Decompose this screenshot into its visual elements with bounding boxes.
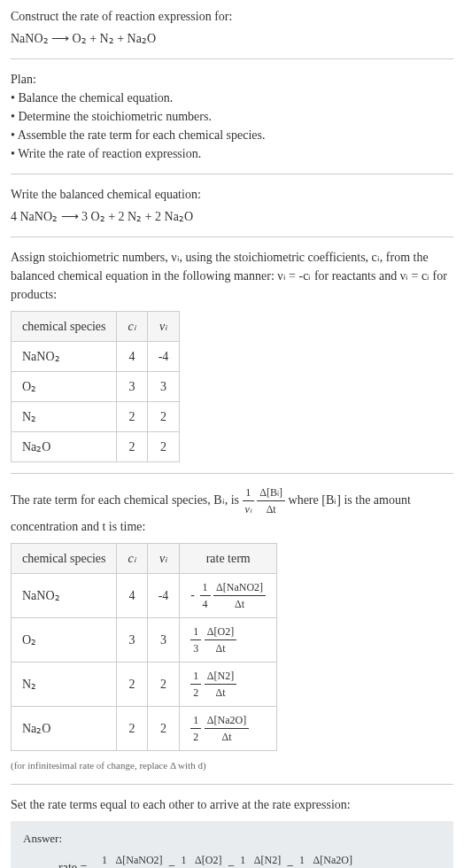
table-row: Na₂O 2 2 12 Δ[Na2O]Δt <box>12 707 277 751</box>
cell-v: 2 <box>147 663 180 707</box>
frac-conc: Δ[N2]Δt <box>205 668 236 701</box>
rate-term-text-1: The rate term for each chemical species,… <box>11 493 243 507</box>
cell-c: 4 <box>117 574 147 618</box>
cell-c: 2 <box>117 663 147 707</box>
cell-v: 2 <box>147 402 180 432</box>
final-section: Set the rate terms equal to each other t… <box>11 795 453 869</box>
table-header-row: chemical species cᵢ νᵢ rate term <box>12 544 277 574</box>
plan-item: • Balance the chemical equation. <box>11 89 453 107</box>
plan-item: • Write the rate of reaction expression. <box>11 144 453 163</box>
cell-species: N₂ <box>12 402 117 432</box>
stoich-intro: Assign stoichiometric numbers, νᵢ, using… <box>11 248 453 304</box>
col-v: νᵢ <box>147 312 180 342</box>
cell-species: Na₂O <box>12 707 117 751</box>
sign: - <box>190 588 195 601</box>
frac-coef: 12 <box>190 668 201 701</box>
rate-term-section: The rate term for each chemical species,… <box>11 484 453 773</box>
frac-conc: Δ[O2]Δt <box>192 852 224 868</box>
frac-coef: 12 <box>297 852 307 868</box>
table-header-row: chemical species cᵢ νᵢ <box>12 312 180 342</box>
divider <box>11 174 453 174</box>
frac-conc: Δ[Bᵢ] Δt <box>257 484 285 517</box>
col-c: cᵢ <box>117 544 147 574</box>
frac-conc: Δ[O2]Δt <box>205 624 236 656</box>
table-row: N₂ 2 2 12 Δ[N2]Δt <box>12 663 277 707</box>
cell-v: 3 <box>147 372 180 402</box>
equals: = <box>287 861 297 868</box>
table-row: Na₂O 2 2 <box>12 432 180 462</box>
cell-v: 2 <box>147 707 180 751</box>
frac-coef: 1 νᵢ <box>243 484 254 517</box>
cell-rate: 13 Δ[O2]Δt <box>180 618 277 663</box>
plan-section: Plan: • Balance the chemical equation. •… <box>11 70 453 163</box>
frac-conc: Δ[NaNO2]Δt <box>213 579 266 612</box>
table-row: NaNO₂ 4 -4 - 14 Δ[NaNO2]Δt <box>12 574 277 618</box>
answer-box: Answer: rate = - 14 Δ[NaNO2]Δt = 13 Δ[O2… <box>11 821 453 869</box>
cell-v: 3 <box>147 618 180 663</box>
cell-c: 2 <box>117 402 147 432</box>
col-rate: rate term <box>180 544 277 574</box>
frac-num: Δ[Bᵢ] <box>257 484 285 501</box>
table-row: O₂ 3 3 13 Δ[O2]Δt <box>12 618 277 663</box>
rate-expression: rate = - 14 Δ[NaNO2]Δt = 13 Δ[O2]Δt = 12… <box>23 852 441 868</box>
col-species: chemical species <box>12 312 117 342</box>
frac-num: 1 <box>243 484 254 501</box>
cell-v: 2 <box>147 432 180 462</box>
frac-coef: 13 <box>179 852 189 868</box>
cell-v: -4 <box>147 574 180 618</box>
divider <box>11 236 453 237</box>
frac-coef: 13 <box>190 624 201 656</box>
rate-prefix: rate = <box>58 861 90 868</box>
col-v: νᵢ <box>147 544 180 574</box>
plan-heading: Plan: <box>11 70 453 89</box>
frac-coef: 12 <box>190 712 201 745</box>
cell-species: NaNO₂ <box>12 574 117 618</box>
cell-rate: 12 Δ[Na2O]Δt <box>180 707 277 751</box>
col-c: cᵢ <box>117 312 147 342</box>
infinitesimal-note: (for infinitesimal rate of change, repla… <box>11 758 453 773</box>
plan-item: • Determine the stoichiometric numbers. <box>11 107 453 126</box>
rate-term-intro: The rate term for each chemical species,… <box>11 484 453 536</box>
answer-label: Answer: <box>23 830 441 848</box>
balanced-equation: 4 NaNO₂ ⟶ 3 O₂ + 2 N₂ + 2 Na₂O <box>11 207 453 226</box>
cell-c: 3 <box>117 372 147 402</box>
table-row: N₂ 2 2 <box>12 402 180 432</box>
table-row: O₂ 3 3 <box>12 372 180 402</box>
cell-species: N₂ <box>12 663 117 707</box>
cell-v: -4 <box>147 342 180 372</box>
cell-c: 4 <box>117 342 147 372</box>
title-section: Construct the rate of reaction expressio… <box>11 7 453 48</box>
stoich-section: Assign stoichiometric numbers, νᵢ, using… <box>11 248 453 462</box>
cell-rate: - 14 Δ[NaNO2]Δt <box>180 574 277 618</box>
equals: = <box>228 861 237 868</box>
cell-c: 2 <box>117 432 147 462</box>
frac-coef: 14 <box>99 852 110 868</box>
cell-c: 3 <box>117 618 147 663</box>
balanced-heading: Write the balanced chemical equation: <box>11 185 453 204</box>
equals: = <box>168 861 178 868</box>
divider <box>11 58 453 59</box>
sign: - <box>90 861 95 868</box>
frac-coef: 14 <box>200 579 211 612</box>
stoich-table: chemical species cᵢ νᵢ NaNO₂ 4 -4 O₂ 3 3… <box>11 311 180 462</box>
rate-term-table: chemical species cᵢ νᵢ rate term NaNO₂ 4… <box>11 543 277 751</box>
final-heading: Set the rate terms equal to each other t… <box>11 795 453 814</box>
col-species: chemical species <box>12 544 117 574</box>
balanced-section: Write the balanced chemical equation: 4 … <box>11 185 453 226</box>
divider <box>11 784 453 785</box>
frac-den: Δt <box>257 501 285 517</box>
title: Construct the rate of reaction expressio… <box>11 7 453 26</box>
cell-species: O₂ <box>12 618 117 663</box>
frac-conc: Δ[N2]Δt <box>251 852 283 868</box>
frac-conc: Δ[Na2O]Δt <box>205 712 249 745</box>
cell-species: Na₂O <box>12 432 117 462</box>
frac-coef: 12 <box>237 852 248 868</box>
cell-species: NaNO₂ <box>12 342 117 372</box>
plan-item: • Assemble the rate term for each chemic… <box>11 126 453 144</box>
cell-c: 2 <box>117 707 147 751</box>
frac-conc: Δ[NaNO2]Δt <box>113 852 166 868</box>
table-row: NaNO₂ 4 -4 <box>12 342 180 372</box>
cell-species: O₂ <box>12 372 117 402</box>
frac-conc: Δ[Na2O]Δt <box>311 852 355 868</box>
unbalanced-equation: NaNO₂ ⟶ O₂ + N₂ + Na₂O <box>11 29 453 48</box>
